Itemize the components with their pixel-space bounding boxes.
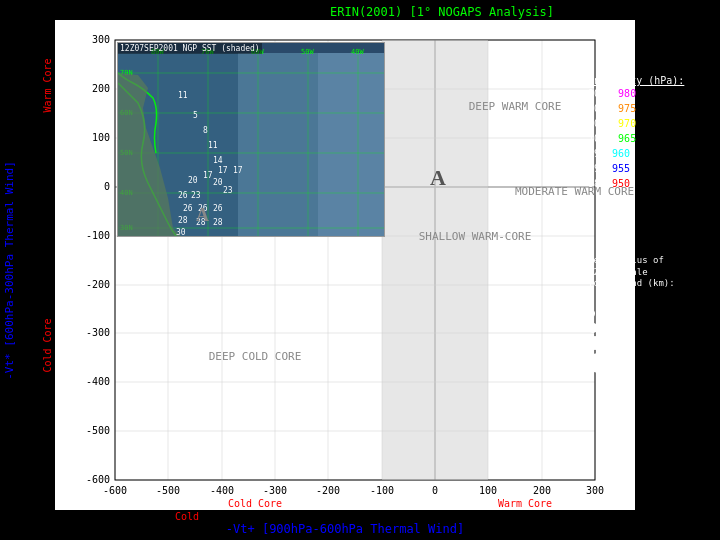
intensity-legend: Intensity (hPa): 10159801010975100597010… bbox=[588, 75, 716, 191]
cold-bottom-label: Cold bbox=[175, 511, 199, 522]
svg-text:26: 26 bbox=[213, 204, 223, 213]
svg-text:A: A bbox=[196, 205, 209, 225]
svg-text:20: 20 bbox=[213, 178, 223, 187]
cold-core-left-label: Cold Core bbox=[42, 318, 53, 372]
inset-map: 12Z07SEP2001 NGP SST (shaded) bbox=[117, 42, 385, 237]
svg-rect-53 bbox=[318, 53, 385, 237]
svg-text:30: 30 bbox=[176, 228, 186, 237]
svg-text:-500: -500 bbox=[86, 425, 110, 436]
legend-pressure-left: 1000 bbox=[588, 131, 612, 146]
svg-text:200: 200 bbox=[533, 485, 551, 496]
chart-plot-area: 300 200 100 0 -100 -200 -300 -400 -500 -… bbox=[55, 20, 635, 510]
svg-text:SHALLOW WARM-CORE: SHALLOW WARM-CORE bbox=[419, 230, 532, 243]
svg-text:300: 300 bbox=[586, 485, 604, 496]
legend-pressure-right: 975 bbox=[618, 101, 636, 116]
legend-row: 1000965 bbox=[588, 131, 716, 146]
legend-row: 1005970 bbox=[588, 116, 716, 131]
svg-text:23: 23 bbox=[223, 186, 233, 195]
chart-title: ERIN(2001) [1° NOGAPS Analysis] bbox=[330, 5, 715, 19]
svg-text:-400: -400 bbox=[86, 376, 110, 387]
svg-text:100: 100 bbox=[92, 132, 110, 143]
svg-text:-300: -300 bbox=[86, 327, 110, 338]
wind-entry: 300 bbox=[588, 322, 716, 333]
svg-text:200: 200 bbox=[92, 83, 110, 94]
svg-text:0: 0 bbox=[104, 181, 110, 192]
wind-entry: 750 bbox=[588, 353, 716, 373]
svg-text:23: 23 bbox=[191, 191, 201, 200]
wind-dot bbox=[588, 353, 608, 373]
svg-text:40W: 40W bbox=[351, 48, 364, 56]
wind-entry: 200 bbox=[588, 308, 716, 319]
wind-label: 500 bbox=[608, 338, 626, 349]
legend-row: 995960 bbox=[588, 146, 716, 161]
svg-text:-500: -500 bbox=[156, 485, 180, 496]
svg-text:-600: -600 bbox=[103, 485, 127, 496]
wind-entry: 500 bbox=[588, 336, 716, 350]
wind-dot bbox=[588, 323, 598, 333]
svg-text:100: 100 bbox=[479, 485, 497, 496]
svg-text:-200: -200 bbox=[316, 485, 340, 496]
svg-text:Warm Core: Warm Core bbox=[498, 498, 552, 509]
svg-text:-400: -400 bbox=[210, 485, 234, 496]
svg-text:26: 26 bbox=[178, 191, 188, 200]
wind-dot bbox=[588, 298, 592, 302]
legend-pressure-right: 955 bbox=[612, 161, 630, 176]
legend-pressure-left: 990 bbox=[588, 161, 606, 176]
legend-pressure-left: 985 bbox=[588, 176, 606, 191]
svg-rect-52 bbox=[238, 53, 318, 237]
svg-text:Cold Core: Cold Core bbox=[228, 498, 282, 509]
svg-text:DEEP WARM CORE: DEEP WARM CORE bbox=[469, 100, 562, 113]
legend-pressure-right: 950 bbox=[612, 176, 630, 191]
x-axis-label: -Vt+ [900hPa-600hPa Thermal Wind] bbox=[55, 522, 635, 536]
svg-text:A: A bbox=[430, 165, 446, 190]
y-axis-label-container: -Vt* [600hPa-300hPa Thermal Wind] bbox=[0, 30, 18, 510]
svg-text:-200: -200 bbox=[86, 279, 110, 290]
legend-pressure-left: 1010 bbox=[588, 101, 612, 116]
svg-text:14: 14 bbox=[213, 156, 223, 165]
svg-text:17: 17 bbox=[233, 166, 243, 175]
svg-text:11: 11 bbox=[208, 141, 218, 150]
intensity-legend-title: Intensity (hPa): bbox=[588, 75, 716, 86]
svg-text:28: 28 bbox=[178, 216, 188, 225]
svg-text:DEEP COLD CORE: DEEP COLD CORE bbox=[209, 350, 302, 363]
wind-label: 300 bbox=[604, 322, 622, 333]
legend-pressure-right: 980 bbox=[618, 86, 636, 101]
wind-label: <100 bbox=[598, 294, 622, 305]
legend-pressure-right: 970 bbox=[618, 116, 636, 131]
legend-pressure-left: 1015 bbox=[588, 86, 612, 101]
inset-map-title: 12Z07SEP2001 NGP SST (shaded) bbox=[118, 43, 262, 54]
main-container: ERIN(2001) [1° NOGAPS Analysis] Start (A… bbox=[0, 0, 720, 540]
svg-text:-100: -100 bbox=[370, 485, 394, 496]
wind-legend-title: Mean radius of925hPa galeforce wind (km)… bbox=[588, 255, 716, 290]
svg-text:0: 0 bbox=[432, 485, 438, 496]
svg-text:8: 8 bbox=[203, 126, 208, 135]
legend-row: 1010975 bbox=[588, 101, 716, 116]
legend-pressure-left: 1005 bbox=[588, 116, 612, 131]
legend-pressure-right: 965 bbox=[618, 131, 636, 146]
svg-text:26: 26 bbox=[183, 204, 193, 213]
legend-pressure-left: 995 bbox=[588, 146, 606, 161]
legend-row: 990955 bbox=[588, 161, 716, 176]
wind-entry: <100 bbox=[588, 294, 716, 305]
svg-text:17: 17 bbox=[203, 171, 213, 180]
svg-text:11: 11 bbox=[178, 91, 188, 100]
wind-radius-legend: Mean radius of925hPa galeforce wind (km)… bbox=[588, 255, 716, 376]
svg-text:28: 28 bbox=[213, 218, 223, 227]
svg-text:50W: 50W bbox=[301, 48, 314, 56]
svg-text:-100: -100 bbox=[86, 230, 110, 241]
svg-text:20: 20 bbox=[188, 176, 198, 185]
legend-pressure-right: 960 bbox=[612, 146, 630, 161]
svg-text:5: 5 bbox=[193, 111, 198, 120]
svg-text:300: 300 bbox=[92, 34, 110, 45]
svg-text:-600: -600 bbox=[86, 474, 110, 485]
y-axis-label: -Vt* [600hPa-300hPa Thermal Wind] bbox=[3, 161, 16, 380]
wind-dot bbox=[588, 310, 595, 317]
wind-label: 200 bbox=[601, 308, 619, 319]
legend-row: 1015980 bbox=[588, 86, 716, 101]
wind-label: 750 bbox=[614, 358, 632, 369]
svg-text:17: 17 bbox=[218, 166, 228, 175]
wind-dot bbox=[588, 336, 602, 350]
warm-core-left-label: Warm Core bbox=[42, 58, 53, 112]
svg-text:-300: -300 bbox=[263, 485, 287, 496]
legend-row: 985950 bbox=[588, 176, 716, 191]
